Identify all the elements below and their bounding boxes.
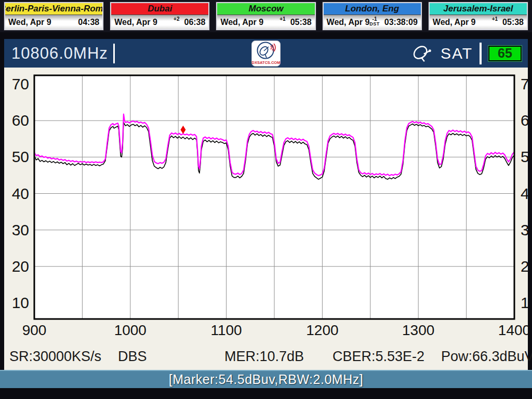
y-tick-label-left: 10 [12,294,29,311]
clock-london: London, Eng Wed, Apr 9 -1 DST 03:38:09 [323,2,422,30]
y-tick-label-left: 50 [12,148,29,165]
marker-readout-bar: [Marker:54.5dBuv,RBW:2.0MHz] [0,370,532,388]
clock-city-label: London, Eng [324,3,421,15]
separator-bar [480,43,482,64]
clock-berlin-paris-vienna-roma: Berlin-Paris-Vienna-Roma Wed, Apr 9 04:3… [4,2,103,30]
status-power: Pow:66.3dBuV [441,349,532,365]
clock-body: Wed, Apr 9 -1 DST 03:38:09 [324,15,421,29]
y-tick-label-right: 20 [521,258,528,275]
clock-moscow: Moscow Wed, Apr 9 +1 05:38 [216,2,315,30]
clock-city-label: Jerusalem-Israel [430,3,527,15]
x-tick-label: 1300 [402,322,434,338]
clock-utc-offset: -1 DST [369,17,380,26]
clock-utc-offset: +2 [174,17,179,22]
y-tick-label-left: 40 [12,185,29,202]
x-tick-label: 1200 [306,322,338,338]
clock-date: Wed, Apr 9 [327,18,370,27]
status-symbol-rate: SR:30000KS/s [9,349,101,365]
marker-readout-text: [Marker:54.5dBuv,RBW:2.0MHz] [169,372,363,387]
clock-date: Wed, Apr 9 [114,18,157,27]
y-tick-label-right: 10 [521,294,528,311]
status-mode: DBS [118,349,147,365]
y-tick-label-right: 40 [521,185,528,202]
clock-body: Wed, Apr 9 +2 06:38 [111,15,208,29]
clock-jerusalem-israel: Jerusalem-Israel Wed, Apr 9 +1 05:38 [429,2,528,30]
clock-city-label: Berlin-Paris-Vienna-Roma [5,3,102,15]
clock-time: 04:38 [78,18,99,27]
clock-time: 06:38 [184,18,205,27]
sat-label: SAT [441,45,473,62]
y-tick-label-right: 60 [521,112,528,129]
y-tick-label-left: 20 [12,258,29,275]
clock-date: Wed, Apr 9 [8,18,51,27]
text-cursor [113,44,115,63]
spectrum-chart-area: 9001000110012001300140070706060505040403… [4,68,528,370]
spectrum-plot[interactable]: 9001000110012001300140070706060505040403… [4,68,528,370]
dxsatcs-logo: DXSATCS.COM [251,41,281,66]
x-tick-label: 1400 [498,322,528,338]
x-tick-label: 900 [22,322,47,338]
satellite-dish-icon [411,43,434,64]
logo-text: DXSATCS.COM [252,60,281,65]
y-tick-label-right: 50 [521,148,528,165]
y-tick-label-left: 70 [12,75,29,92]
y-tick-label-right: 30 [521,221,528,238]
sat-number-field[interactable]: 65 [488,46,522,61]
clock-body: Wed, Apr 9 +1 05:38 [217,15,314,29]
clock-city-label: Moscow [217,3,314,15]
y-tick-label-left: 60 [12,112,29,129]
status-cber: CBER:5.53E-2 [332,349,424,365]
clock-date: Wed, Apr 9 [433,18,476,27]
clock-time: 05:38 [290,18,312,27]
y-tick-label-right: 70 [521,75,528,92]
status-mer: MER:10.7dB [224,349,304,365]
clock-city-label: Dubai [111,3,208,15]
clock-body: Wed, Apr 9 04:38 [5,15,102,29]
world-clock-row: Berlin-Paris-Vienna-Roma Wed, Apr 9 04:3… [0,0,532,32]
sat-selector-group: SAT 65 [411,43,522,64]
clock-time: 05:38 [502,18,524,27]
clock-body: Wed, Apr 9 +1 05:38 [430,15,527,29]
clock-utc-offset: +1 [280,17,285,22]
clock-time: 03:38:09 [384,18,418,27]
x-tick-label: 1000 [114,322,147,338]
clock-dubai: Dubai Wed, Apr 9 +2 06:38 [110,2,209,30]
x-tick-label: 1100 [210,322,242,338]
frequency-header-bar: 10806.0MHz DXSATCS.COM [4,39,528,68]
clock-utc-offset: +1 [492,17,498,22]
y-tick-label-left: 30 [12,221,29,238]
satellite-meter-screen: Berlin-Paris-Vienna-Roma Wed, Apr 9 04:3… [0,0,532,399]
frequency-input[interactable]: 10806.0MHz [11,44,108,63]
clock-date: Wed, Apr 9 [220,18,263,27]
